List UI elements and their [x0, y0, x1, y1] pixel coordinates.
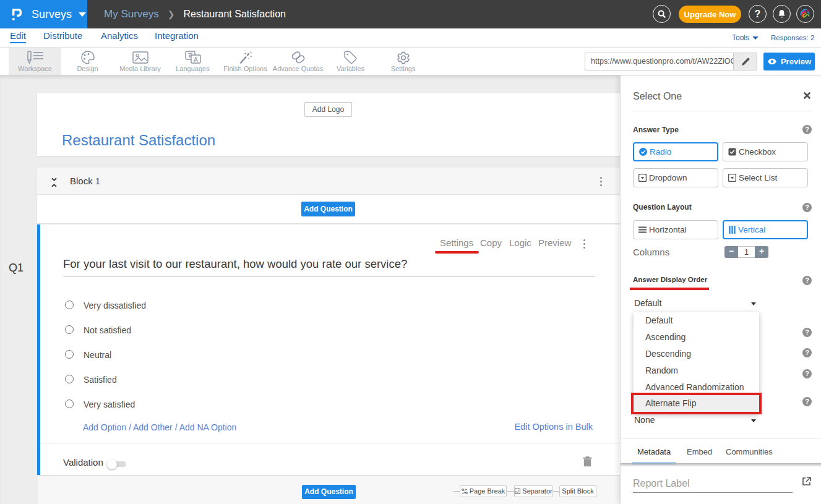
- svg-text:A: A: [194, 56, 198, 63]
